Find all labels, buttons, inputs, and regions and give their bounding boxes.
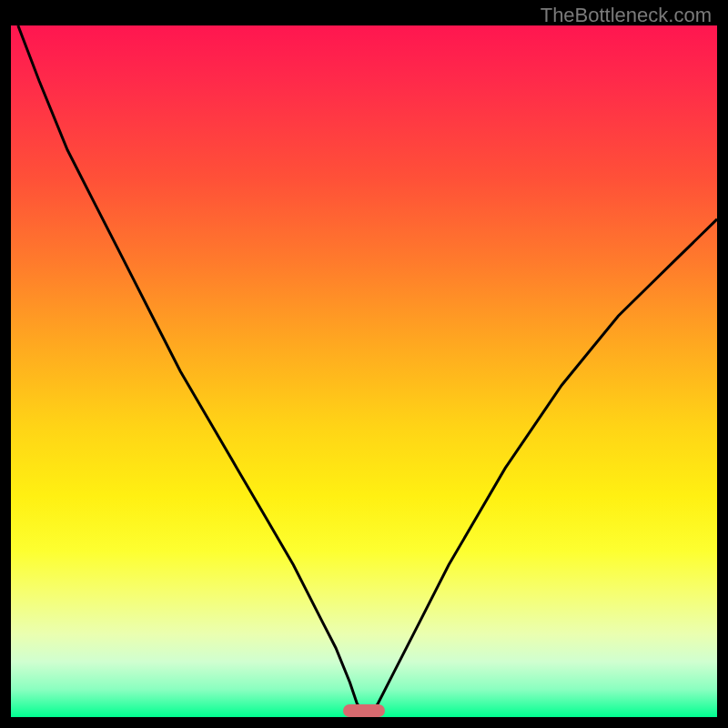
chart-curve	[11, 25, 717, 717]
plot-area	[11, 25, 717, 717]
watermark-text: TheBottleneck.com	[541, 4, 712, 27]
min-marker	[343, 704, 386, 717]
curve-path	[18, 25, 717, 713]
